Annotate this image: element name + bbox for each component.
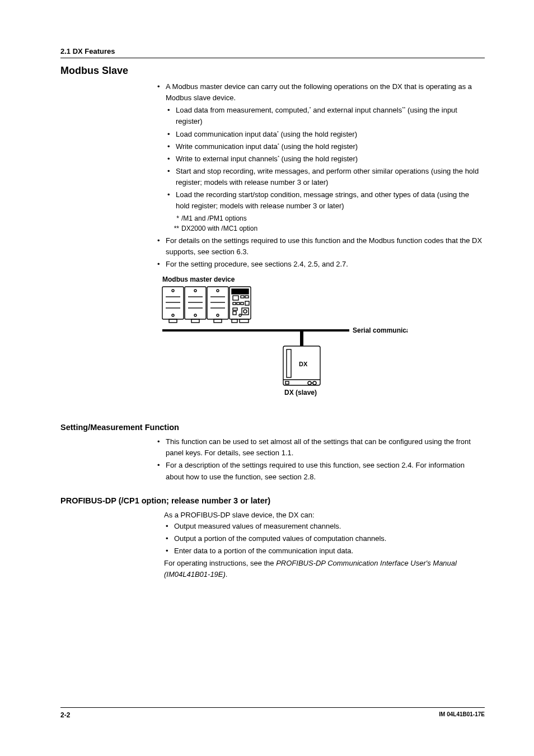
svg-rect-34 <box>233 308 237 310</box>
modbus-sub-2: Load communication input data* (using th… <box>166 129 485 140</box>
heading-modbus-slave: Modbus Slave <box>60 65 485 77</box>
section-heading: 2.1 DX Features <box>60 47 485 55</box>
modbus-intro: A Modbus master device can carry out the… <box>156 81 485 234</box>
svg-rect-36 <box>242 308 249 315</box>
svg-rect-29 <box>245 296 249 298</box>
modbus-after-2: For the setting procedure, see sections … <box>156 259 485 270</box>
svg-point-45 <box>308 381 311 385</box>
svg-rect-28 <box>241 296 244 298</box>
page: 2.1 DX Features Modbus Slave A Modbus ma… <box>0 0 534 756</box>
modbus-sub-1: Load data from measurement, computed,* a… <box>166 105 485 127</box>
svg-point-9 <box>194 314 196 316</box>
profibus-intro: As a PROFIBUS-DP slave device, the DX ca… <box>164 510 485 521</box>
svg-rect-32 <box>241 302 243 305</box>
modbus-intro-text: A Modbus master device can carry out the… <box>166 82 472 102</box>
svg-rect-33 <box>245 301 249 305</box>
profibus-list: Output measured values of measurement ch… <box>164 521 485 557</box>
svg-rect-31 <box>237 302 240 305</box>
modbus-sub-list: Load data from measurement, computed,* a… <box>166 105 485 212</box>
setting-list: This function can be used to set almost … <box>156 436 485 483</box>
footer-row: 2-2 IM 04L41B01-17E <box>60 711 485 719</box>
heading-profibus: PROFIBUS-DP (/CP1 option; release number… <box>60 496 485 505</box>
diagram-svg: Serial communication DX DX (slave) <box>161 286 407 412</box>
svg-rect-16 <box>240 319 249 323</box>
dx-box-label: DX <box>299 361 308 367</box>
setting-content: This function can be used to set almost … <box>156 436 485 483</box>
modbus-top-list: A Modbus master device can carry out the… <box>156 81 485 270</box>
svg-rect-42 <box>287 349 291 377</box>
footer-rule <box>60 707 485 708</box>
header-block: 2.1 DX Features <box>60 47 485 58</box>
footnote-2: **DX2000 with /MC1 option <box>169 223 485 234</box>
svg-point-37 <box>243 310 247 313</box>
dx-slave-label: DX (slave) <box>284 389 317 396</box>
profibus-content: As a PROFIBUS-DP slave device, the DX ca… <box>164 510 485 581</box>
profibus-outro: For operating instructions, see the PROF… <box>164 558 485 580</box>
svg-rect-15 <box>232 319 237 323</box>
footnote-1: */M1 and /PM1 options <box>169 213 485 224</box>
modbus-diagram: Modbus master device <box>161 276 485 414</box>
svg-point-46 <box>313 381 316 385</box>
svg-rect-12 <box>169 319 177 323</box>
modbus-sub-5: Start and stop recording, write messages… <box>166 166 485 188</box>
footer: 2-2 IM 04L41B01-17E <box>60 707 485 719</box>
svg-rect-30 <box>233 302 236 305</box>
modbus-sub-3: Write communication input data* (using t… <box>166 141 485 152</box>
serial-comm-label: Serial communication <box>353 326 407 334</box>
svg-point-4 <box>172 290 174 292</box>
svg-rect-44 <box>285 381 289 384</box>
setting-item-1: This function can be used to set almost … <box>156 436 485 459</box>
svg-point-6 <box>217 290 219 292</box>
heading-setting: Setting/Measurement Function <box>60 423 485 432</box>
svg-point-5 <box>194 290 196 292</box>
svg-rect-14 <box>214 319 222 323</box>
svg-rect-26 <box>232 289 249 294</box>
svg-point-8 <box>172 314 174 316</box>
profibus-item-3: Enter data to a portion of the communica… <box>164 545 485 557</box>
modbus-sub-6: Load the recording start/stop condition,… <box>166 189 485 212</box>
setting-item-2: For a description of the settings requir… <box>156 460 485 482</box>
page-number: 2-2 <box>60 711 70 719</box>
svg-rect-27 <box>233 296 238 300</box>
svg-point-10 <box>217 314 219 316</box>
modbus-after-1: For details on the settings required to … <box>156 235 485 258</box>
svg-rect-35 <box>233 311 236 315</box>
modbus-footnotes: */M1 and /PM1 options **DX2000 with /MC1… <box>169 213 485 234</box>
profibus-item-2: Output a portion of the computed values … <box>164 533 485 544</box>
svg-point-11 <box>239 314 241 316</box>
svg-rect-39 <box>300 330 303 346</box>
modbus-content: A Modbus master device can carry out the… <box>156 81 485 270</box>
svg-rect-13 <box>191 319 199 323</box>
diagram-master-label: Modbus master device <box>162 276 485 283</box>
profibus-item-1: Output measured values of measurement ch… <box>164 521 485 532</box>
header-rule <box>60 58 485 58</box>
doc-number: IM 04L41B01-17E <box>439 711 485 719</box>
modbus-sub-4: Write to external input channels* (using… <box>166 153 485 165</box>
